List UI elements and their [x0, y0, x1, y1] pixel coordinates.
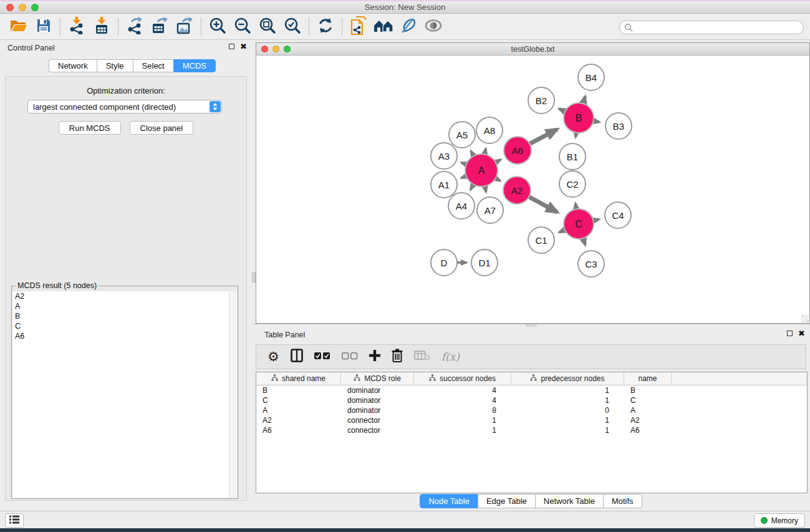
select-all-button[interactable]: [314, 348, 330, 365]
column-header-MCDS-role[interactable]: MCDS role: [341, 372, 414, 385]
export-image-button[interactable]: [172, 17, 197, 37]
mcds-result-item[interactable]: A6: [12, 331, 229, 341]
edge-A-A3[interactable]: [461, 163, 466, 165]
network-graph[interactable]: B4B2BB3A5A8A6A3B1AA1C2A2A4A7C4CC1DD1C3: [256, 56, 809, 323]
table-cell[interactable]: A2: [624, 415, 672, 425]
table-cell[interactable]: A6: [624, 425, 672, 435]
network-canvas[interactable]: B4B2BB3A5A8A6A3B1AA1C2A2A4A7C4CC1DD1C3: [256, 56, 809, 323]
zoom-selected-button[interactable]: [280, 17, 305, 37]
mcds-result-item[interactable]: B: [12, 311, 229, 321]
memory-button[interactable]: Memory: [754, 513, 805, 528]
result-list-scrollbar[interactable]: [229, 291, 237, 498]
node-B1[interactable]: B1: [559, 143, 586, 170]
export-table-button[interactable]: [147, 17, 172, 37]
edge-A-A5[interactable]: [471, 151, 473, 156]
node-A2[interactable]: A2: [503, 177, 531, 204]
edge-A-A1[interactable]: [461, 176, 466, 178]
column-header-name[interactable]: name: [624, 372, 672, 385]
node-A3[interactable]: A3: [431, 143, 457, 169]
import-network-button[interactable]: [64, 17, 89, 37]
tab-network-table[interactable]: Network Table: [535, 494, 603, 508]
import-table-button[interactable]: [89, 17, 114, 37]
zoom-out-button[interactable]: [230, 17, 255, 37]
table-cell[interactable]: dominator: [341, 405, 414, 415]
annotation-toggle-button[interactable]: [396, 17, 421, 37]
table-row[interactable]: A2connector11A2: [256, 415, 807, 425]
search-input[interactable]: [619, 21, 804, 34]
delete-table-button[interactable]: [414, 348, 430, 365]
visibility-button[interactable]: [421, 17, 446, 37]
table-cell[interactable]: A: [624, 405, 672, 415]
column-header-shared-name[interactable]: shared name: [256, 372, 341, 385]
table-cell[interactable]: connector: [341, 415, 414, 425]
close-panel-icon[interactable]: ✖: [240, 44, 247, 49]
table-cell[interactable]: 1: [511, 385, 624, 395]
node-A4[interactable]: A4: [448, 193, 475, 219]
table-settings-button[interactable]: ⚙: [268, 348, 279, 365]
add-column-button[interactable]: [369, 348, 380, 365]
clone-network-button[interactable]: [346, 17, 371, 37]
float-panel-icon[interactable]: [229, 44, 234, 49]
tab-mcds[interactable]: MCDS: [173, 59, 216, 72]
criterion-select[interactable]: largest connected component (directed): [27, 100, 222, 114]
column-header-successor-nodes[interactable]: successor nodes: [414, 372, 511, 385]
node-C2[interactable]: C2: [559, 171, 586, 197]
table-cell[interactable]: 8: [414, 405, 511, 415]
export-network-button[interactable]: [122, 17, 147, 37]
node-D[interactable]: D: [431, 249, 457, 276]
apply-function-button[interactable]: f(x): [441, 348, 460, 365]
edge-A-A4[interactable]: [471, 185, 474, 190]
table-row[interactable]: Cdominator41C: [256, 395, 807, 405]
network-minimize-button[interactable]: [272, 46, 279, 52]
edge-C-C2[interactable]: [576, 204, 576, 210]
table-cell[interactable]: dominator: [341, 395, 414, 405]
table-cell[interactable]: 4: [414, 385, 511, 395]
table-cell[interactable]: 1: [414, 415, 511, 425]
edge-B-B4[interactable]: [583, 97, 586, 104]
table-cell[interactable]: C: [256, 395, 341, 405]
window-resize-grip[interactable]: [801, 315, 809, 322]
edge-A-A2[interactable]: [496, 178, 500, 181]
node-C[interactable]: C: [564, 209, 594, 239]
node-A1[interactable]: A1: [431, 172, 457, 198]
mcds-result-list[interactable]: A2ABCA6: [12, 291, 230, 498]
close-panel-icon[interactable]: ✖: [798, 331, 805, 336]
table-cell[interactable]: C: [624, 395, 672, 405]
table-cell[interactable]: 4: [414, 395, 511, 405]
node-D1[interactable]: D1: [471, 249, 498, 276]
mcds-result-item[interactable]: A: [12, 301, 229, 311]
table-cell[interactable]: 1: [414, 425, 511, 435]
network-close-button[interactable]: [261, 46, 268, 52]
refresh-button[interactable]: [313, 17, 338, 37]
show-columns-button[interactable]: [291, 348, 303, 365]
table-cell[interactable]: B: [256, 385, 341, 395]
column-header-predecessor-nodes[interactable]: predecessor nodes: [511, 372, 624, 385]
tab-style[interactable]: Style: [97, 59, 133, 72]
tab-motifs[interactable]: Motifs: [603, 494, 642, 508]
tab-select[interactable]: Select: [133, 59, 173, 72]
task-history-button[interactable]: [5, 513, 24, 528]
table-row[interactable]: Adominator80A: [256, 405, 807, 415]
node-B3[interactable]: B3: [605, 113, 632, 139]
table-cell[interactable]: A6: [256, 425, 341, 435]
node-A7[interactable]: A7: [477, 197, 503, 223]
tab-edge-table[interactable]: Edge Table: [478, 494, 535, 508]
edge-A-A7[interactable]: [485, 186, 486, 191]
table-cell[interactable]: 1: [511, 395, 624, 405]
node-A8[interactable]: A8: [476, 117, 503, 143]
deselect-all-button[interactable]: [342, 348, 358, 365]
table-row[interactable]: A6connector11A6: [256, 425, 807, 435]
node-B[interactable]: B: [564, 103, 594, 133]
open-session-button[interactable]: [6, 17, 31, 37]
edge-A-A8[interactable]: [485, 148, 486, 154]
minimize-window-button[interactable]: [19, 4, 26, 11]
mcds-result-item[interactable]: A2: [12, 291, 229, 301]
table-row[interactable]: Bdominator41B: [256, 385, 807, 395]
maximize-window-button[interactable]: [31, 4, 39, 11]
node-C3[interactable]: C3: [578, 251, 604, 277]
mcds-result-item[interactable]: C: [12, 321, 229, 331]
save-session-button[interactable]: [31, 17, 56, 37]
node-B2[interactable]: B2: [528, 87, 554, 114]
network-maximize-button[interactable]: [284, 46, 291, 52]
delete-column-button[interactable]: [392, 348, 403, 365]
